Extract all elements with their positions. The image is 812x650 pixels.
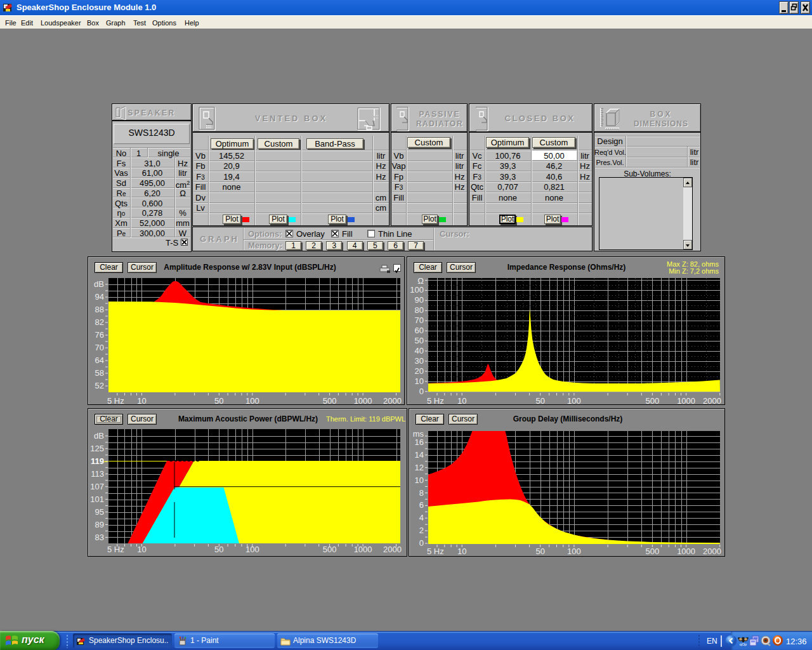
svg-text:80: 80 bbox=[415, 305, 424, 315]
svg-text:500: 500 bbox=[646, 396, 660, 404]
svg-text:52: 52 bbox=[95, 381, 104, 390]
svg-text:10: 10 bbox=[457, 547, 466, 556]
svg-text:101: 101 bbox=[90, 494, 104, 504]
svg-text:20: 20 bbox=[415, 366, 424, 376]
svg-text:40: 40 bbox=[415, 346, 424, 355]
svg-text:1000: 1000 bbox=[677, 396, 695, 404]
svg-text:2000: 2000 bbox=[703, 547, 721, 556]
svg-text:500: 500 bbox=[323, 396, 337, 404]
svg-text:88: 88 bbox=[95, 305, 104, 314]
svg-text:94: 94 bbox=[95, 292, 104, 302]
svg-text:2000: 2000 bbox=[383, 396, 402, 404]
svg-text:5 Hz: 5 Hz bbox=[427, 547, 444, 556]
svg-text:10: 10 bbox=[457, 396, 466, 404]
svg-text:14: 14 bbox=[415, 450, 424, 460]
svg-text:10: 10 bbox=[415, 376, 424, 386]
svg-text:6: 6 bbox=[419, 500, 424, 510]
svg-text:76: 76 bbox=[95, 330, 104, 340]
svg-text:0: 0 bbox=[419, 538, 424, 548]
svg-text:0: 0 bbox=[419, 387, 424, 396]
svg-text:107: 107 bbox=[90, 482, 104, 491]
svg-text:83: 83 bbox=[95, 533, 104, 542]
svg-text:70: 70 bbox=[95, 343, 104, 352]
svg-text:50: 50 bbox=[415, 336, 424, 345]
svg-text:5 Hz: 5 Hz bbox=[427, 396, 444, 404]
svg-text:Ω: Ω bbox=[417, 276, 424, 286]
svg-text:50: 50 bbox=[214, 545, 223, 554]
svg-text:90: 90 bbox=[415, 295, 424, 305]
svg-text:113: 113 bbox=[91, 469, 104, 479]
svg-text:100: 100 bbox=[567, 396, 581, 404]
svg-text:500: 500 bbox=[646, 547, 660, 556]
svg-text:2000: 2000 bbox=[703, 396, 721, 404]
svg-text:58: 58 bbox=[95, 368, 104, 378]
svg-text:10: 10 bbox=[137, 545, 146, 554]
svg-text:100: 100 bbox=[246, 545, 259, 554]
svg-text:2000: 2000 bbox=[383, 545, 402, 554]
svg-text:dB: dB bbox=[94, 279, 104, 289]
svg-text:125: 125 bbox=[90, 444, 104, 453]
svg-text:100: 100 bbox=[567, 547, 581, 556]
svg-text:50: 50 bbox=[214, 396, 223, 404]
svg-text:4: 4 bbox=[419, 513, 424, 522]
svg-text:1000: 1000 bbox=[354, 396, 372, 404]
svg-text:50: 50 bbox=[535, 396, 544, 404]
svg-text:2: 2 bbox=[419, 526, 424, 535]
svg-text:50: 50 bbox=[535, 547, 544, 556]
svg-text:30: 30 bbox=[415, 356, 424, 366]
svg-text:5 Hz: 5 Hz bbox=[107, 545, 124, 554]
svg-text:dB: dB bbox=[94, 431, 104, 441]
svg-text:60: 60 bbox=[415, 326, 424, 335]
svg-text:12: 12 bbox=[415, 463, 424, 472]
svg-text:95: 95 bbox=[95, 507, 104, 517]
svg-text:qOp: qOp bbox=[740, 642, 747, 646]
svg-text:64: 64 bbox=[95, 355, 104, 365]
svg-text:100: 100 bbox=[246, 396, 259, 404]
svg-text:1000: 1000 bbox=[677, 547, 695, 556]
svg-text:10: 10 bbox=[415, 475, 424, 485]
svg-text:70: 70 bbox=[415, 315, 424, 325]
svg-text:82: 82 bbox=[95, 317, 104, 327]
svg-text:1000: 1000 bbox=[354, 545, 372, 554]
svg-text:500: 500 bbox=[323, 545, 337, 554]
svg-text:8: 8 bbox=[419, 488, 424, 498]
svg-text:119: 119 bbox=[91, 456, 104, 466]
svg-text:89: 89 bbox=[95, 520, 104, 529]
svg-text:16: 16 bbox=[415, 437, 424, 447]
svg-text:100: 100 bbox=[410, 285, 424, 295]
svg-text:10: 10 bbox=[137, 396, 146, 404]
svg-text:5 Hz: 5 Hz bbox=[107, 396, 124, 404]
